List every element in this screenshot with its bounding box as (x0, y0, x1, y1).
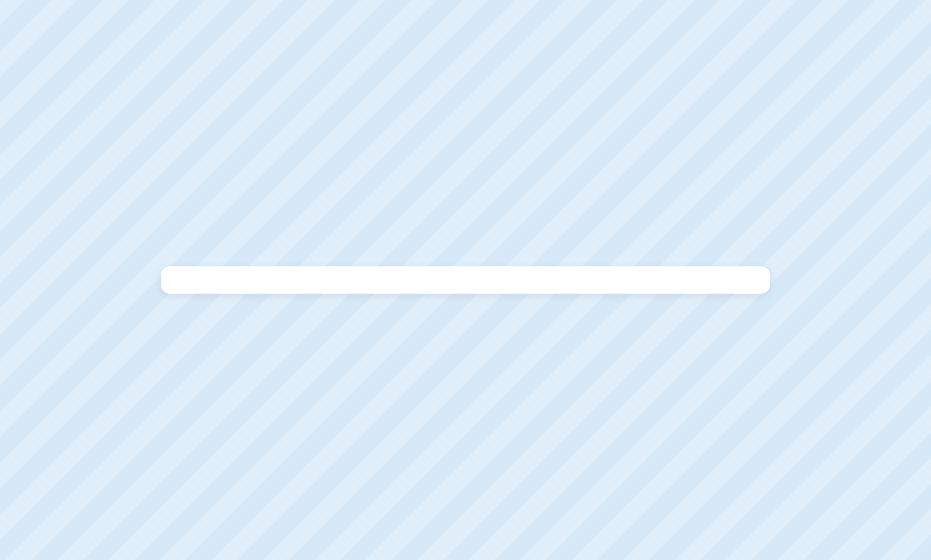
category-grid-card (161, 266, 770, 294)
